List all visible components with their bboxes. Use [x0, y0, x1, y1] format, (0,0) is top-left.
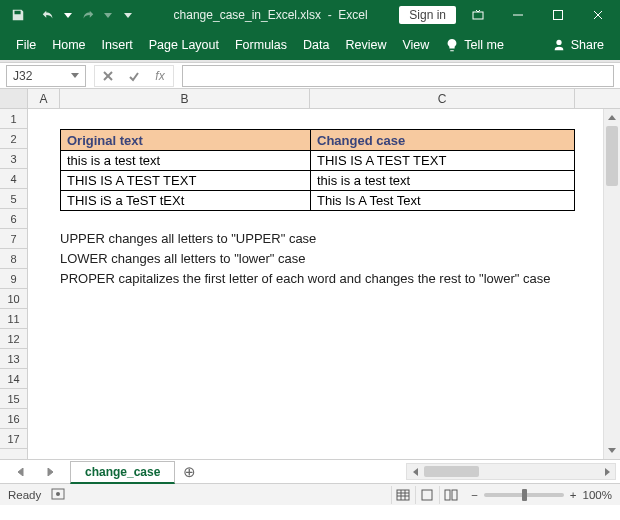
- row-header[interactable]: 4: [0, 169, 27, 189]
- vertical-scrollbar[interactable]: [603, 109, 620, 459]
- view-page-layout-icon[interactable]: [415, 486, 437, 504]
- row-header[interactable]: 13: [0, 349, 27, 369]
- row-header[interactable]: 1: [0, 109, 27, 129]
- filename: change_case_in_Excel.xlsx: [174, 8, 321, 22]
- svg-marker-9: [48, 468, 53, 476]
- select-all-corner[interactable]: [0, 89, 28, 108]
- add-sheet-button[interactable]: ⊕: [175, 463, 203, 481]
- macro-record-icon[interactable]: [51, 488, 65, 502]
- row-header[interactable]: 15: [0, 389, 27, 409]
- note-text[interactable]: PROPER capitalizes the first letter of e…: [60, 271, 550, 286]
- row-header[interactable]: 17: [0, 429, 27, 449]
- zoom-in-button[interactable]: +: [570, 489, 577, 501]
- minimize-icon[interactable]: [500, 1, 536, 29]
- redo-icon[interactable]: [74, 1, 102, 29]
- column-headers: A B C: [0, 89, 620, 109]
- table-header[interactable]: Original text: [61, 130, 311, 150]
- name-box-value: J32: [13, 69, 32, 83]
- scroll-down-icon[interactable]: [604, 442, 620, 459]
- view-normal-icon[interactable]: [391, 486, 413, 504]
- note-text[interactable]: UPPER changes all letters to "UPPER" cas…: [60, 231, 316, 246]
- table-cell[interactable]: THIS IS A TEST TEXT: [311, 151, 574, 170]
- row-header[interactable]: 2: [0, 129, 27, 149]
- maximize-icon[interactable]: [540, 1, 576, 29]
- share-button[interactable]: Share: [544, 30, 612, 60]
- table-cell[interactable]: this is a test text: [311, 171, 574, 190]
- table-header[interactable]: Changed case: [311, 130, 574, 150]
- col-header-b[interactable]: B: [60, 89, 310, 108]
- undo-dropdown-icon[interactable]: [64, 13, 72, 18]
- row-header[interactable]: 11: [0, 309, 27, 329]
- scroll-thumb[interactable]: [424, 466, 479, 477]
- undo-icon[interactable]: [34, 1, 62, 29]
- row-header[interactable]: 8: [0, 249, 27, 269]
- qat-customize-icon[interactable]: [114, 1, 142, 29]
- name-box-dropdown-icon[interactable]: [71, 73, 79, 78]
- tab-data[interactable]: Data: [295, 30, 337, 60]
- row-header[interactable]: 10: [0, 289, 27, 309]
- name-box[interactable]: J32: [6, 65, 86, 87]
- tab-review[interactable]: Review: [337, 30, 394, 60]
- svg-marker-10: [413, 468, 418, 476]
- scroll-thumb[interactable]: [606, 126, 618, 186]
- tab-file[interactable]: File: [8, 30, 44, 60]
- view-page-break-icon[interactable]: [439, 486, 461, 504]
- row-header[interactable]: 6: [0, 209, 27, 229]
- sign-in-button[interactable]: Sign in: [399, 6, 456, 24]
- tab-formulas[interactable]: Formulas: [227, 30, 295, 60]
- sheet-tab-active[interactable]: change_case: [70, 461, 175, 484]
- col-header-a[interactable]: A: [28, 89, 60, 108]
- svg-rect-0: [473, 12, 483, 19]
- cells-area[interactable]: Original text Changed case this is a tes…: [28, 109, 603, 459]
- zoom-level[interactable]: 100%: [583, 489, 612, 501]
- row-header[interactable]: 3: [0, 149, 27, 169]
- fx-label[interactable]: fx: [147, 66, 173, 86]
- save-icon[interactable]: [4, 1, 32, 29]
- titlebar: change_case_in_Excel.xlsx - Excel Sign i…: [0, 0, 620, 30]
- scroll-up-icon[interactable]: [604, 109, 620, 126]
- close-icon[interactable]: [580, 1, 616, 29]
- formula-enter-icon[interactable]: [121, 66, 147, 86]
- tab-insert[interactable]: Insert: [94, 30, 141, 60]
- lightbulb-icon: [445, 38, 459, 52]
- zoom-control: − + 100%: [471, 489, 612, 501]
- tab-home[interactable]: Home: [44, 30, 93, 60]
- row-header[interactable]: 5: [0, 189, 27, 209]
- row-header[interactable]: 12: [0, 329, 27, 349]
- zoom-out-button[interactable]: −: [471, 489, 478, 501]
- formula-bar-input[interactable]: [182, 65, 614, 87]
- table-cell[interactable]: this is a test text: [61, 151, 311, 170]
- tab-page-layout[interactable]: Page Layout: [141, 30, 227, 60]
- col-header-c[interactable]: C: [310, 89, 575, 108]
- row-header[interactable]: 9: [0, 269, 27, 289]
- svg-rect-2: [554, 11, 563, 20]
- svg-rect-20: [445, 490, 450, 500]
- scroll-right-icon[interactable]: [598, 468, 615, 476]
- sheet-nav-prev-icon[interactable]: [17, 465, 25, 479]
- redo-dropdown-icon[interactable]: [104, 13, 112, 18]
- zoom-slider[interactable]: [484, 493, 564, 497]
- horizontal-scrollbar[interactable]: [406, 463, 616, 480]
- tab-view[interactable]: View: [394, 30, 437, 60]
- row-header[interactable]: 7: [0, 229, 27, 249]
- ribbon-display-icon[interactable]: [460, 1, 496, 29]
- app-name: Excel: [338, 8, 367, 22]
- table-cell[interactable]: THIS IS A TEST TEXT: [61, 171, 311, 190]
- table-cell[interactable]: This Is A Test Text: [311, 191, 574, 210]
- row-header[interactable]: 16: [0, 409, 27, 429]
- table-cell[interactable]: THIS iS a TeST tEXt: [61, 191, 311, 210]
- note-text[interactable]: LOWER changes all letters to "lower" cas…: [60, 251, 306, 266]
- scroll-left-icon[interactable]: [407, 468, 424, 476]
- sheet-nav-next-icon[interactable]: [46, 465, 54, 479]
- status-bar: Ready − + 100%: [0, 483, 620, 505]
- svg-point-5: [556, 40, 561, 45]
- svg-point-13: [56, 492, 60, 496]
- tell-me-button[interactable]: Tell me: [437, 30, 512, 60]
- formula-cancel-icon[interactable]: [95, 66, 121, 86]
- worksheet-grid: A B C 1 2 3 4 5 6 7 8 9 10 11 12 13 14 1…: [0, 89, 620, 483]
- sheet-tab-bar: change_case ⊕: [0, 459, 620, 483]
- row-header[interactable]: 14: [0, 369, 27, 389]
- ribbon-tabs: File Home Insert Page Layout Formulas Da…: [0, 30, 620, 60]
- data-table: Original text Changed case this is a tes…: [60, 129, 575, 211]
- window-title: change_case_in_Excel.xlsx - Excel: [142, 8, 399, 22]
